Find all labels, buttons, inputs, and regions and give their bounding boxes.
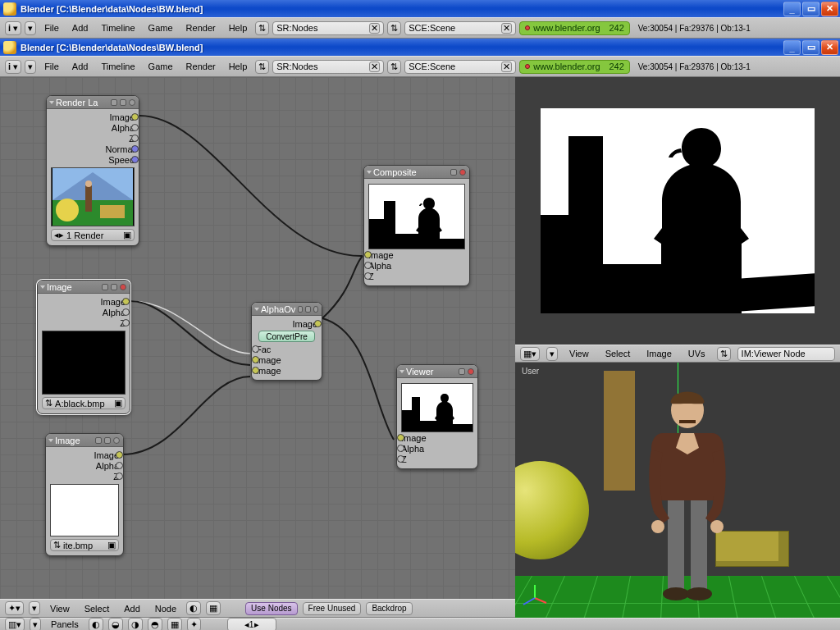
info-header: i ▾ ▾ File Add Timeline Game Render Help… xyxy=(0,56,840,77)
socket-label: Image xyxy=(401,433,427,443)
context-icon-5[interactable]: ▦ xyxy=(167,618,182,631)
dot-icon xyxy=(525,25,530,30)
context-icon-1[interactable]: ◐ xyxy=(89,618,103,631)
backdrop-toggle[interactable]: Backdrop xyxy=(366,602,412,615)
render-image xyxy=(541,108,815,313)
ne-menu-add[interactable]: Add xyxy=(119,602,145,615)
node-alpha-over[interactable]: AlphaOv Image ConvertPre Fac Image Image xyxy=(251,302,322,381)
scene-door xyxy=(604,371,635,491)
menu-file[interactable]: File xyxy=(39,60,64,73)
node-title: AlphaOv xyxy=(261,304,295,314)
node-editor-type-button[interactable]: ✦▾ xyxy=(5,601,24,615)
outer-screen-field[interactable]: SR:Nodes✕ xyxy=(272,21,384,35)
close-button[interactable]: ✕ xyxy=(821,40,838,55)
menu-render[interactable]: Render xyxy=(181,60,221,73)
maximize-button[interactable]: ▭ xyxy=(802,40,819,55)
window-titlebar[interactable]: Blender [C:\Blender\data\Nodes\BW.blend]… xyxy=(0,39,840,56)
outer-close-button[interactable]: ✕ xyxy=(821,2,838,16)
context-icon-6[interactable]: ✦ xyxy=(187,618,201,631)
buttons-window-header: ▥▾ ▾ Panels ◐ ◒ ◑ ◓ ▦ ✦ ◂ 1 ▸ xyxy=(0,618,840,630)
ne-menu-select[interactable]: Select xyxy=(80,602,115,615)
menu-help[interactable]: Help xyxy=(224,60,253,73)
scene-browse[interactable]: ⇅ xyxy=(387,60,401,74)
outer-scene-field[interactable]: SCE:Scene✕ xyxy=(404,21,516,35)
node-footer[interactable]: ⇅ ite.bmp▣ xyxy=(50,539,119,551)
close-icon[interactable]: ✕ xyxy=(369,62,380,72)
ne-menu-node[interactable]: Node xyxy=(150,602,181,615)
menu-add[interactable]: Add xyxy=(67,60,94,73)
scene-sphere xyxy=(515,461,589,559)
outer-stats: Ve:30054 | Fa:29376 | Ob:13-1 xyxy=(638,24,751,33)
node-image-black[interactable]: Image Image Alpha Z ⇅ A:black.bmp▣ xyxy=(37,280,130,414)
image-browse[interactable]: ⇅ xyxy=(717,347,731,361)
outer-scene-browse[interactable]: ⇅ xyxy=(387,21,401,35)
node-preview xyxy=(368,184,465,249)
menu-timeline[interactable]: Timeline xyxy=(96,60,139,73)
node-image-white[interactable]: Image Image Alpha Z ⇅ ite.bmp▣ xyxy=(45,433,124,556)
outer-collapse-button[interactable]: ▾ xyxy=(25,21,36,35)
render-result[interactable] xyxy=(515,77,840,345)
outer-minimize-button[interactable]: _ xyxy=(783,2,801,16)
close-icon[interactable]: ✕ xyxy=(501,62,512,72)
ie-menu-select[interactable]: Select xyxy=(600,347,636,360)
use-nodes-toggle[interactable]: Use Nodes xyxy=(245,602,297,615)
image-editor-collapse[interactable]: ▾ xyxy=(546,347,558,361)
svg-point-14 xyxy=(710,520,724,533)
panels-collapse[interactable]: ▾ xyxy=(30,618,41,631)
outer-menu-file[interactable]: File xyxy=(39,21,64,34)
outer-screen-browse[interactable]: ⇅ xyxy=(255,21,269,35)
node-editor-collapse[interactable]: ▾ xyxy=(29,601,40,615)
image-editor-type-button[interactable]: ▦▾ xyxy=(520,347,540,361)
screen-field[interactable]: SR:Nodes✕ xyxy=(272,60,384,74)
ie-menu-view[interactable]: View xyxy=(564,347,594,360)
material-icon[interactable]: ◐ xyxy=(186,601,201,615)
free-unused-button[interactable]: Free Unused xyxy=(303,602,362,615)
node-composite[interactable]: Composite Image Alpha Z xyxy=(363,165,470,286)
context-icon-2[interactable]: ◒ xyxy=(108,618,123,631)
svg-rect-9 xyxy=(668,500,684,591)
screen-browse[interactable]: ⇅ xyxy=(255,60,269,74)
outer-menu-game[interactable]: Game xyxy=(144,21,178,34)
node-title: Image xyxy=(55,436,93,445)
editor-type-button[interactable]: i ▾ xyxy=(5,60,21,74)
node-preview xyxy=(401,383,473,432)
close-icon[interactable]: ✕ xyxy=(369,23,380,34)
context-icon-3[interactable]: ◑ xyxy=(128,618,143,631)
outer-editor-type-button[interactable]: i ▾ xyxy=(5,21,21,35)
outer-menu-add[interactable]: Add xyxy=(67,21,94,34)
svg-rect-10 xyxy=(691,500,707,591)
outer-info-header: i ▾ ▾ File Add Timeline Game Render Help… xyxy=(0,17,840,39)
convert-premul-button[interactable]: ConvertPre xyxy=(258,331,315,342)
node-render-layers[interactable]: Render La Image Alpha Z Normal Speed ◂▸ … xyxy=(46,95,139,246)
collapse-button[interactable]: ▾ xyxy=(25,60,36,74)
ie-menu-image[interactable]: Image xyxy=(641,347,677,360)
outer-menu-timeline[interactable]: Timeline xyxy=(96,21,139,34)
scene-field[interactable]: SCE:Scene✕ xyxy=(404,60,516,74)
node-title: Composite xyxy=(373,167,448,177)
svg-point-11 xyxy=(663,587,689,600)
close-icon[interactable]: ✕ xyxy=(501,23,512,34)
menu-game[interactable]: Game xyxy=(144,60,178,73)
minimize-button[interactable]: _ xyxy=(783,40,801,55)
outer-blender-link[interactable]: www.blender.org 242 xyxy=(519,21,629,35)
ie-menu-uvs[interactable]: UVs xyxy=(683,347,710,360)
blender-link[interactable]: www.blender.org 242 xyxy=(519,60,629,74)
stats: Ve:30054 | Fa:29376 | Ob:13-1 xyxy=(638,62,751,71)
ne-menu-view[interactable]: View xyxy=(45,602,75,615)
outer-menu-help[interactable]: Help xyxy=(224,21,253,34)
socket-label: Alpha xyxy=(368,261,391,271)
node-editor-header: ✦▾ ▾ View Select Add Node ◐ ▦ Use Nodes … xyxy=(0,599,515,618)
compositing-icon[interactable]: ▦ xyxy=(206,601,221,615)
node-footer[interactable]: ◂▸ 1 Render▣ xyxy=(51,229,135,241)
outer-menu-render[interactable]: Render xyxy=(181,21,221,34)
context-icon-4[interactable]: ◓ xyxy=(148,618,162,631)
outer-maximize-button[interactable]: ▭ xyxy=(802,2,819,16)
3d-viewport[interactable]: User xyxy=(515,363,840,618)
outer-window-titlebar[interactable]: Blender [C:\Blender\data\Nodes\BW.blend]… xyxy=(0,0,840,17)
node-editor[interactable]: Render La Image Alpha Z Normal Speed ◂▸ … xyxy=(0,77,515,599)
image-name-field[interactable]: IM:Viewer Node xyxy=(737,347,835,361)
node-viewer[interactable]: Viewer Image Alpha Z xyxy=(396,364,478,469)
panels-type-button[interactable]: ▥▾ xyxy=(5,618,25,631)
frame-field[interactable]: ◂ 1 ▸ xyxy=(227,618,276,631)
node-footer[interactable]: ⇅ A:black.bmp▣ xyxy=(42,397,126,409)
